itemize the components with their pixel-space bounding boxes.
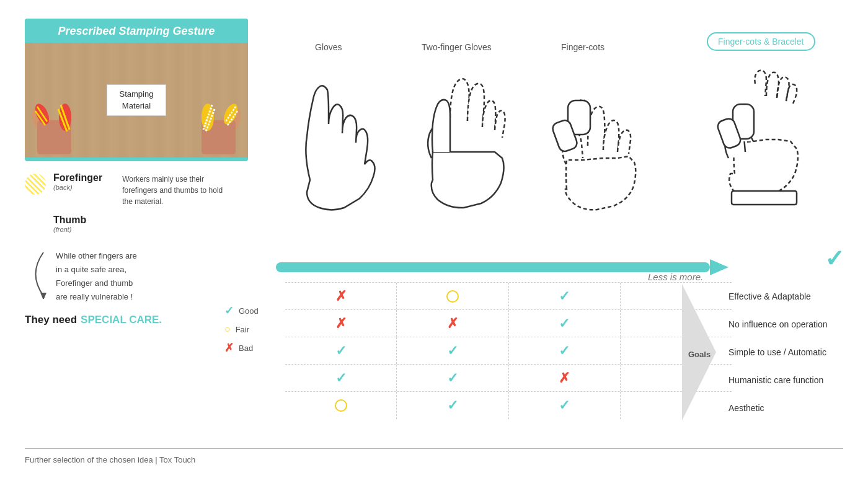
footer-text: Further selection of the chosen idea | T… — [25, 455, 843, 464]
good-label: Good — [239, 306, 259, 316]
stamp-material-label: Stamping Material — [107, 84, 167, 115]
grid-row-5: ✓ ✓ — [285, 392, 732, 419]
legend: Forefinger (back) Workers mainly use the… — [25, 172, 260, 237]
cell-3-3: ✓ — [509, 337, 621, 364]
thumb-sub: (front) — [53, 226, 86, 233]
forefinger-desc: Workers mainly use their forefingers and… — [122, 174, 234, 207]
forefinger-legend-row: Forefinger (back) Workers mainly use the… — [25, 172, 260, 207]
finger-cots-hand-illustration — [544, 56, 653, 242]
cell-1-3: ✓ — [509, 283, 621, 309]
svg-marker-16 — [40, 293, 46, 299]
svg-rect-22 — [276, 262, 710, 272]
cell-4-2: ✓ — [397, 365, 508, 391]
goal-3: Simple to use / Automatic — [728, 347, 859, 357]
cell-3-1: ✓ — [285, 337, 397, 364]
goal-5: Aesthetic — [728, 403, 859, 413]
col-header-finger-cots: Finger-cots — [561, 42, 604, 52]
thumb-legend-row: Thumb (front) — [25, 215, 260, 237]
forefinger-icon — [25, 174, 46, 195]
special-care-highlight: SPECIAL CARE. — [81, 314, 162, 326]
fair-rating: ○ Fair — [224, 324, 259, 335]
goal-1: Effective & Adaptable — [728, 291, 859, 301]
goal-4: Humanistic care function — [728, 375, 859, 385]
gesture-photo: Stamping Material — [25, 43, 248, 157]
two-finger-gloves-hand-illustration — [408, 50, 520, 242]
thumb-text: Thumb (front) — [53, 215, 86, 233]
good-rating: ✓ Good — [224, 304, 259, 317]
vulnerable-text: While other fingers are in a quite safe … — [56, 249, 260, 304]
vulnerable-section: While other fingers are in a quite safe … — [25, 249, 260, 304]
left-panel: Prescribed Stamping Gesture Stamping Mat… — [25, 19, 260, 326]
gloves-hand-illustration — [285, 56, 384, 242]
forefinger-label: Forefinger — [53, 172, 102, 184]
col-header-gloves: Gloves — [315, 42, 342, 52]
cell-1-1: ✗ — [285, 283, 397, 309]
goal-2: No influence on operation — [728, 319, 859, 329]
cell-5-2: ✓ — [397, 392, 508, 419]
forefinger-sub: (back) — [53, 184, 102, 191]
cell-1-2 — [397, 283, 508, 309]
less-is-more-label: Less is more. — [648, 272, 703, 282]
goals-arrow: Goals — [682, 284, 725, 420]
cell-5-1 — [285, 392, 397, 419]
cell-5-3: ✓ — [509, 392, 621, 419]
gesture-card: Prescribed Stamping Gesture Stamping Mat… — [25, 19, 248, 161]
svg-text:Goals: Goals — [688, 350, 711, 359]
comparison-grid: ✗ ✓ ✗ ✗ ✓ ✓ ✓ ✓ — [285, 282, 732, 419]
grid-row-3: ✓ ✓ ✓ — [285, 337, 732, 365]
cell-3-2: ✓ — [397, 337, 508, 364]
svg-rect-21 — [732, 191, 797, 205]
goals-list: Effective & Adaptable No influence on op… — [728, 282, 859, 422]
grid-row-2: ✗ ✗ ✓ — [285, 310, 732, 337]
rating-legend: ✓ Good ○ Fair ✗ Bad — [224, 304, 259, 355]
forefinger-text: Forefinger (back) — [53, 172, 102, 191]
thumb-icon — [25, 216, 46, 237]
curved-arrow-icon — [25, 249, 62, 299]
cell-2-3: ✓ — [509, 310, 621, 337]
cell-4-3: ✗ — [509, 365, 621, 391]
thumb-label: Thumb — [53, 215, 86, 226]
bad-label: Bad — [239, 344, 253, 353]
grid-row-4: ✓ ✓ ✗ — [285, 365, 732, 392]
fair-label: Fair — [236, 325, 249, 334]
fingercots-bracelet-label: Finger-cots & Bracelet — [707, 32, 815, 51]
finger-cots-bracelet-hand-illustration — [694, 50, 818, 248]
bad-rating: ✗ Bad — [224, 341, 259, 355]
cell-4-1: ✓ — [285, 365, 397, 391]
grid-row-1: ✗ ✓ — [285, 283, 732, 310]
svg-marker-23 — [710, 259, 728, 275]
gesture-card-title: Prescribed Stamping Gesture — [25, 19, 248, 43]
footer: Further selection of the chosen idea | T… — [25, 448, 843, 464]
cell-2-1: ✗ — [285, 310, 397, 337]
cell-2-2: ✗ — [397, 310, 508, 337]
large-checkmark: ✓ — [825, 245, 844, 272]
